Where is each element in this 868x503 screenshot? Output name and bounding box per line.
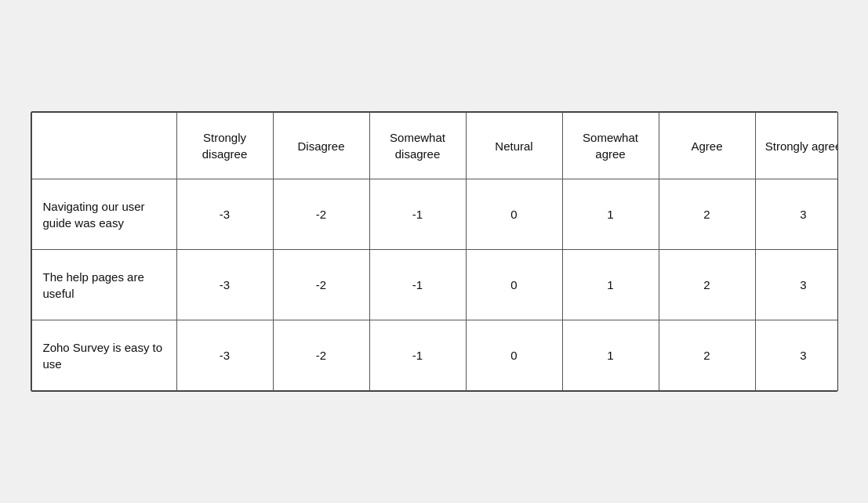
row-label-0: Navigating our user guide was easy <box>31 179 176 250</box>
header-neutral: Netural <box>466 113 562 179</box>
row-1-val-4: 1 <box>562 250 659 320</box>
row-0-val-1: -2 <box>273 179 369 250</box>
header-somewhat-agree: Somewhat agree <box>562 113 659 179</box>
header-disagree: Disagree <box>273 113 369 179</box>
row-2-val-2: -1 <box>369 320 466 391</box>
row-1-val-0: -3 <box>176 250 273 320</box>
table-row: Navigating our user guide was easy -3 -2… <box>31 179 838 250</box>
row-1-val-2: -1 <box>369 250 466 320</box>
rating-table: Strongly disagree Disagree Somewhat disa… <box>31 112 838 391</box>
row-0-val-5: 2 <box>659 179 755 250</box>
row-0-val-3: 0 <box>466 179 562 250</box>
row-label-2: Zoho Survey is easy to use <box>31 320 176 391</box>
row-0-val-0: -3 <box>176 179 273 250</box>
row-label-1: The help pages are useful <box>31 250 176 320</box>
header-strongly-agree: Strongly agree <box>755 113 838 179</box>
row-2-val-1: -2 <box>273 320 369 391</box>
row-1-val-1: -2 <box>273 250 369 320</box>
row-2-val-0: -3 <box>176 320 273 391</box>
row-2-val-4: 1 <box>562 320 659 391</box>
rating-table-container: Strongly disagree Disagree Somewhat disa… <box>31 111 838 392</box>
row-1-val-3: 0 <box>466 250 562 320</box>
header-strongly-disagree: Strongly disagree <box>176 113 273 179</box>
row-0-val-2: -1 <box>369 179 466 250</box>
header-row: Strongly disagree Disagree Somewhat disa… <box>31 113 838 179</box>
row-0-val-4: 1 <box>562 179 659 250</box>
row-1-val-5: 2 <box>659 250 755 320</box>
row-0-val-6: 3 <box>755 179 838 250</box>
table-row: The help pages are useful -3 -2 -1 0 1 2… <box>31 250 838 320</box>
row-2-val-3: 0 <box>466 320 562 391</box>
header-somewhat-disagree: Somewhat disagree <box>369 113 466 179</box>
header-agree: Agree <box>659 113 755 179</box>
row-2-val-6: 3 <box>755 320 838 391</box>
row-2-val-5: 2 <box>659 320 755 391</box>
table-row: Zoho Survey is easy to use -3 -2 -1 0 1 … <box>31 320 838 391</box>
header-label-empty <box>31 113 176 179</box>
row-1-val-6: 3 <box>755 250 838 320</box>
